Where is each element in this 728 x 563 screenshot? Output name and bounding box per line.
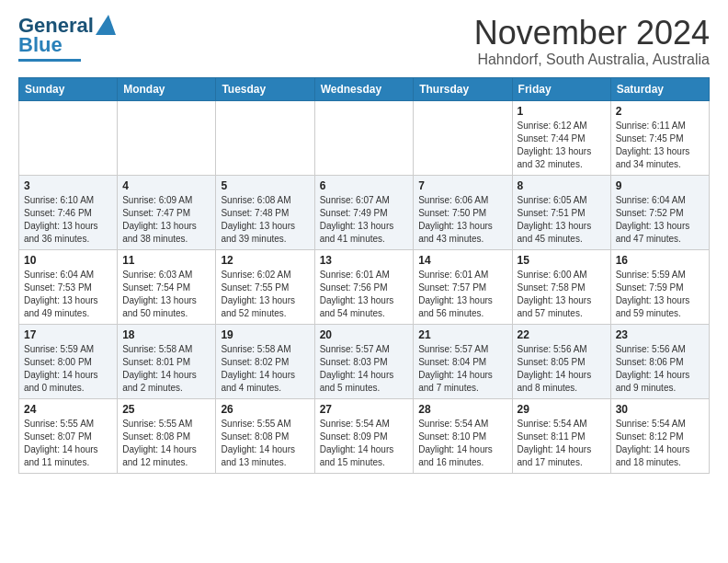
day-info: Sunrise: 6:05 AMSunset: 7:51 PMDaylight:… bbox=[518, 194, 606, 246]
day-number: 6 bbox=[320, 179, 409, 192]
day-info-line: Daylight: 13 hours bbox=[518, 294, 606, 307]
calendar-week-row: 17Sunrise: 5:59 AMSunset: 8:00 PMDayligh… bbox=[19, 324, 710, 398]
day-info-line: Sunset: 7:53 PM bbox=[24, 282, 112, 294]
day-info: Sunrise: 6:08 AMSunset: 7:48 PMDaylight:… bbox=[221, 194, 309, 246]
day-info-line: Sunset: 7:52 PM bbox=[616, 207, 704, 220]
day-number: 9 bbox=[616, 179, 704, 192]
day-info-line: and 47 minutes. bbox=[616, 233, 704, 246]
day-number: 28 bbox=[418, 403, 506, 416]
svg-marker-0 bbox=[96, 15, 116, 35]
day-number: 12 bbox=[221, 254, 309, 267]
day-info: Sunrise: 6:11 AMSunset: 7:45 PMDaylight:… bbox=[616, 120, 704, 171]
day-info-line: Sunset: 8:07 PM bbox=[24, 431, 112, 443]
day-info-line: Sunset: 8:01 PM bbox=[122, 356, 210, 369]
day-info-line: Sunrise: 5:58 AM bbox=[221, 343, 309, 356]
day-info-line: and 34 minutes. bbox=[616, 158, 704, 171]
day-number: 20 bbox=[320, 328, 409, 341]
day-info-line: Daylight: 14 hours bbox=[616, 369, 704, 382]
day-info-line: Daylight: 13 hours bbox=[320, 220, 409, 233]
table-row: 28Sunrise: 5:54 AMSunset: 8:10 PMDayligh… bbox=[414, 398, 512, 473]
day-info-line: Sunrise: 6:03 AM bbox=[122, 269, 210, 282]
day-info-line: and 5 minutes. bbox=[320, 382, 409, 395]
day-info: Sunrise: 5:54 AMSunset: 8:11 PMDaylight:… bbox=[518, 418, 606, 469]
day-info-line: and 43 minutes. bbox=[418, 233, 506, 246]
day-info-line: Sunset: 8:03 PM bbox=[320, 356, 409, 369]
col-wednesday: Wednesday bbox=[314, 77, 414, 100]
day-info-line: Sunrise: 5:56 AM bbox=[616, 343, 704, 356]
calendar-header-row: Sunday Monday Tuesday Wednesday Thursday… bbox=[19, 77, 710, 100]
day-info-line: Daylight: 14 hours bbox=[518, 369, 606, 382]
day-info-line: and 0 minutes. bbox=[24, 382, 112, 395]
day-info-line: Daylight: 14 hours bbox=[418, 443, 506, 456]
table-row: 8Sunrise: 6:05 AMSunset: 7:51 PMDaylight… bbox=[512, 175, 610, 249]
day-info-line: Sunrise: 6:04 AM bbox=[24, 269, 112, 282]
day-info-line: Daylight: 13 hours bbox=[24, 294, 112, 307]
day-info-line: Sunset: 7:55 PM bbox=[221, 282, 309, 294]
day-info-line: Sunrise: 6:01 AM bbox=[418, 269, 506, 282]
day-info-line: Sunrise: 5:55 AM bbox=[24, 418, 112, 431]
day-info: Sunrise: 5:59 AMSunset: 8:00 PMDaylight:… bbox=[24, 343, 112, 395]
day-info-line: Daylight: 14 hours bbox=[24, 369, 112, 382]
calendar-week-row: 24Sunrise: 5:55 AMSunset: 8:07 PMDayligh… bbox=[19, 398, 710, 473]
calendar-week-row: 3Sunrise: 6:10 AMSunset: 7:46 PMDaylight… bbox=[19, 175, 710, 249]
col-thursday: Thursday bbox=[414, 77, 512, 100]
day-info-line: Sunrise: 6:10 AM bbox=[24, 194, 112, 207]
day-info-line: Daylight: 13 hours bbox=[221, 294, 309, 307]
day-info-line: Daylight: 13 hours bbox=[122, 220, 210, 233]
table-row: 4Sunrise: 6:09 AMSunset: 7:47 PMDaylight… bbox=[118, 175, 216, 249]
day-info: Sunrise: 5:55 AMSunset: 8:08 PMDaylight:… bbox=[221, 418, 309, 469]
col-sunday: Sunday bbox=[19, 77, 118, 100]
day-info-line: Sunset: 7:57 PM bbox=[418, 282, 506, 294]
day-number: 3 bbox=[24, 179, 112, 192]
logo-underline bbox=[18, 59, 81, 62]
day-info-line: Sunset: 7:54 PM bbox=[122, 282, 210, 294]
table-row: 5Sunrise: 6:08 AMSunset: 7:48 PMDaylight… bbox=[216, 175, 314, 249]
day-number: 2 bbox=[616, 105, 704, 118]
table-row: 16Sunrise: 5:59 AMSunset: 7:59 PMDayligh… bbox=[610, 249, 709, 324]
table-row bbox=[414, 100, 512, 175]
day-info-line: and 16 minutes. bbox=[418, 456, 506, 469]
day-number: 18 bbox=[122, 328, 210, 341]
day-info-line: Daylight: 13 hours bbox=[518, 145, 606, 158]
table-row: 23Sunrise: 5:56 AMSunset: 8:06 PMDayligh… bbox=[610, 324, 709, 398]
day-info-line: Sunrise: 5:54 AM bbox=[518, 418, 606, 431]
table-row: 10Sunrise: 6:04 AMSunset: 7:53 PMDayligh… bbox=[19, 249, 118, 324]
day-info-line: Sunrise: 5:54 AM bbox=[320, 418, 409, 431]
day-info-line: Sunset: 7:50 PM bbox=[418, 207, 506, 220]
day-info-line: Sunset: 7:46 PM bbox=[24, 207, 112, 220]
day-info-line: and 50 minutes. bbox=[122, 307, 210, 320]
table-row: 17Sunrise: 5:59 AMSunset: 8:00 PMDayligh… bbox=[19, 324, 118, 398]
day-number: 5 bbox=[221, 179, 309, 192]
table-row: 25Sunrise: 5:55 AMSunset: 8:08 PMDayligh… bbox=[118, 398, 216, 473]
table-row: 26Sunrise: 5:55 AMSunset: 8:08 PMDayligh… bbox=[216, 398, 314, 473]
day-info-line: Sunset: 7:59 PM bbox=[616, 282, 704, 294]
day-info-line: Daylight: 14 hours bbox=[221, 443, 309, 456]
day-info: Sunrise: 6:00 AMSunset: 7:58 PMDaylight:… bbox=[518, 269, 606, 320]
day-info: Sunrise: 5:58 AMSunset: 8:01 PMDaylight:… bbox=[122, 343, 210, 395]
day-info-line: Sunset: 8:08 PM bbox=[221, 431, 309, 443]
col-friday: Friday bbox=[512, 77, 610, 100]
day-info-line: and 39 minutes. bbox=[221, 233, 309, 246]
day-info: Sunrise: 6:04 AMSunset: 7:52 PMDaylight:… bbox=[616, 194, 704, 246]
day-info-line: Daylight: 13 hours bbox=[616, 220, 704, 233]
day-info-line: Daylight: 14 hours bbox=[616, 443, 704, 456]
day-info-line: Daylight: 14 hours bbox=[320, 443, 409, 456]
day-info: Sunrise: 5:54 AMSunset: 8:09 PMDaylight:… bbox=[320, 418, 409, 469]
day-info: Sunrise: 6:02 AMSunset: 7:55 PMDaylight:… bbox=[221, 269, 309, 320]
day-info-line: and 56 minutes. bbox=[418, 307, 506, 320]
day-info-line: and 15 minutes. bbox=[320, 456, 409, 469]
day-info-line: Sunset: 8:11 PM bbox=[518, 431, 606, 443]
day-info-line: Sunset: 8:00 PM bbox=[24, 356, 112, 369]
day-info: Sunrise: 6:10 AMSunset: 7:46 PMDaylight:… bbox=[24, 194, 112, 246]
col-monday: Monday bbox=[118, 77, 216, 100]
table-row: 1Sunrise: 6:12 AMSunset: 7:44 PMDaylight… bbox=[512, 100, 610, 175]
day-info-line: Sunrise: 6:04 AM bbox=[616, 194, 704, 207]
day-info: Sunrise: 5:56 AMSunset: 8:06 PMDaylight:… bbox=[616, 343, 704, 395]
day-info-line: Sunrise: 5:54 AM bbox=[418, 418, 506, 431]
day-info: Sunrise: 6:01 AMSunset: 7:56 PMDaylight:… bbox=[320, 269, 409, 320]
day-info-line: Sunrise: 6:07 AM bbox=[320, 194, 409, 207]
day-number: 14 bbox=[418, 254, 506, 267]
day-info-line: Sunrise: 6:00 AM bbox=[518, 269, 606, 282]
day-info-line: Sunset: 8:04 PM bbox=[418, 356, 506, 369]
day-info-line: Sunrise: 5:59 AM bbox=[616, 269, 704, 282]
